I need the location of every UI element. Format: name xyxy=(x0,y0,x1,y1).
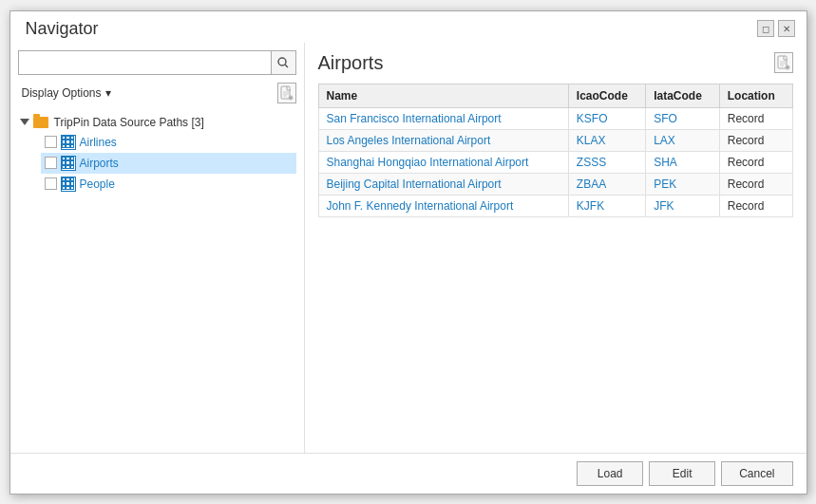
people-label: People xyxy=(80,177,115,191)
cell-icao: ZSSS xyxy=(568,151,645,173)
dropdown-arrow-icon: ▾ xyxy=(105,86,111,100)
cell-iata: PEK xyxy=(646,173,720,195)
search-icon xyxy=(277,57,289,68)
airports-table: Name IcaoCode IataCode Location San Fran… xyxy=(318,84,793,217)
tree-children: Airlines xyxy=(18,132,296,195)
dialog-title: Navigator xyxy=(26,19,99,39)
cell-iata: SHA xyxy=(646,151,720,173)
airlines-label: Airlines xyxy=(80,136,117,149)
cell-iata: JFK xyxy=(646,195,720,216)
cell-location: Record xyxy=(719,129,792,151)
navigator-dialog: Navigator ◻ ✕ xyxy=(9,10,807,495)
cell-icao: KSFO xyxy=(568,107,645,129)
table-row[interactable]: Shanghai Hongqiao International AirportZ… xyxy=(318,151,792,173)
col-name: Name xyxy=(318,84,568,107)
col-icao: IcaoCode xyxy=(568,84,645,107)
table-row[interactable]: Los Angeles International AirportKLAXLAX… xyxy=(318,129,792,151)
airports-table-icon xyxy=(61,156,76,171)
col-location: Location xyxy=(719,84,792,107)
search-row xyxy=(18,50,296,75)
nav-tree: TripPin Data Source Paths [3] xyxy=(18,113,296,445)
cell-iata: SFO xyxy=(646,107,720,129)
table-header-row: Name IcaoCode IataCode Location xyxy=(318,84,792,107)
cell-icao: ZBAA xyxy=(568,173,645,195)
cancel-button[interactable]: Cancel xyxy=(721,461,792,486)
cell-name: Los Angeles International Airport xyxy=(318,129,568,151)
cell-location: Record xyxy=(719,195,792,216)
cell-name: San Francisco International Airport xyxy=(318,107,568,129)
cell-icao: KLAX xyxy=(568,129,645,151)
cell-name: Shanghai Hongqiao International Airport xyxy=(318,151,568,173)
svg-line-1 xyxy=(285,65,288,67)
tree-item-airlines[interactable]: Airlines xyxy=(41,132,296,153)
table-row[interactable]: Beijing Capital International AirportZBA… xyxy=(318,173,792,195)
load-button[interactable]: Load xyxy=(577,461,643,486)
cell-location: Record xyxy=(719,173,792,195)
search-button[interactable] xyxy=(272,50,296,75)
close-icon: ✕ xyxy=(783,24,790,34)
tree-root-label: TripPin Data Source Paths [3] xyxy=(54,116,204,129)
cell-icao: KJFK xyxy=(568,195,645,216)
folder-icon xyxy=(33,117,48,128)
tree-item-people[interactable]: People xyxy=(41,174,296,195)
right-panel: Airports xyxy=(305,43,807,453)
people-table-icon xyxy=(61,177,76,192)
cell-location: Record xyxy=(719,107,792,129)
edit-button[interactable]: Edit xyxy=(649,461,715,486)
panel-title: Airports xyxy=(318,52,384,74)
dialog-body: Display Options ▾ xyxy=(10,43,807,453)
display-options-button[interactable]: Display Options ▾ xyxy=(18,84,115,102)
tree-root[interactable]: TripPin Data Source Paths [3] xyxy=(18,113,296,132)
svg-point-0 xyxy=(278,58,286,65)
tree-item-airports[interactable]: Airports xyxy=(41,153,296,174)
table-row[interactable]: John F. Kennedy International AirportKJF… xyxy=(318,195,792,216)
cell-location: Record xyxy=(719,151,792,173)
cell-name: Beijing Capital International Airport xyxy=(318,173,568,195)
left-panel: Display Options ▾ xyxy=(10,43,305,453)
right-header: Airports xyxy=(318,52,793,74)
close-button[interactable]: ✕ xyxy=(778,20,795,37)
search-input[interactable] xyxy=(18,50,272,75)
cell-name: John F. Kennedy International Airport xyxy=(318,195,568,216)
restore-button[interactable]: ◻ xyxy=(757,20,774,37)
display-options-row: Display Options ▾ xyxy=(18,81,296,105)
airports-checkbox[interactable] xyxy=(45,157,57,169)
panel-file-icon[interactable] xyxy=(774,52,793,73)
settings-file-icon[interactable] xyxy=(277,83,296,103)
expand-icon xyxy=(20,119,29,125)
cell-iata: LAX xyxy=(646,129,720,151)
display-options-label: Display Options xyxy=(22,86,102,100)
airlines-table-icon xyxy=(61,135,76,150)
people-checkbox[interactable] xyxy=(45,177,57,190)
restore-icon: ◻ xyxy=(762,24,769,34)
table-row[interactable]: San Francisco International AirportKSFOS… xyxy=(318,107,792,129)
title-bar: Navigator ◻ ✕ xyxy=(10,11,807,43)
window-controls: ◻ ✕ xyxy=(757,20,795,37)
col-iata: IataCode xyxy=(646,84,720,107)
airlines-checkbox[interactable] xyxy=(45,136,57,148)
dialog-footer: Load Edit Cancel xyxy=(10,453,807,494)
airports-label: Airports xyxy=(80,157,119,170)
